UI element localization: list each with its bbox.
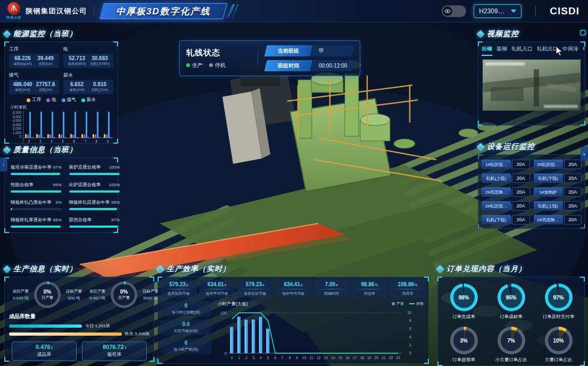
svg-text:8: 8 bbox=[289, 356, 291, 360]
chevron-down-icon bbox=[511, 10, 516, 13]
corner-decoration bbox=[4, 41, 9, 46]
device-status-item[interactable]: 2#轧区辊…20A bbox=[534, 160, 582, 169]
efficiency-panel: 生产效率（实时） 579.23s当天轧制节奏634.61s当天平均节奏579.2… bbox=[158, 264, 429, 364]
feed-caption-overlay bbox=[544, 105, 578, 108]
diamond-icon bbox=[477, 143, 484, 151]
shift-time-badge: 班组时间 00:00-12:00 bbox=[264, 60, 354, 71]
corner-decoration bbox=[158, 277, 162, 281]
corner-decoration bbox=[150, 357, 154, 362]
svg-text:2: 2 bbox=[409, 343, 411, 347]
quality-item: 钢板终轧凸度命中率3% bbox=[11, 199, 62, 210]
efficiency-stat-card: 579.23s当天轧制节奏 bbox=[161, 280, 197, 298]
svg-text:4: 4 bbox=[260, 356, 262, 360]
order-gauge: 10% 欠量订单占比 bbox=[536, 327, 581, 363]
svg-text:3: 3 bbox=[253, 356, 255, 360]
company-logo: 陕钢汉钢 bbox=[6, 2, 21, 20]
svg-text:6: 6 bbox=[274, 356, 276, 360]
energy-legend: 工序 电 煤气 新水 bbox=[9, 97, 113, 103]
panel-title: 订单兑现内容（当月） bbox=[446, 264, 526, 274]
svg-text:0: 0 bbox=[409, 351, 411, 355]
page-title: 中厚板3D数字化产线 bbox=[100, 3, 227, 19]
tab-camera-1[interactable]: 装钢 bbox=[496, 45, 507, 56]
svg-text:22: 22 bbox=[389, 356, 393, 360]
svg-text:0: 0 bbox=[231, 356, 233, 360]
divider bbox=[258, 48, 258, 69]
device-status-item[interactable]: 轧机(上辊)20A bbox=[534, 201, 582, 211]
hourly-output-chart: 小时产量(大板) 产量 块数 0123456789101112131415161… bbox=[214, 301, 426, 363]
production-panel: 生产信息（实时） 实际产量0.045 吨 0%日产量 目标产量500 吨 实际产… bbox=[4, 264, 154, 362]
efficiency-side-stat: 0.0轧制节奏(s/块) bbox=[161, 320, 211, 335]
energy-block: 煤气 486.040单耗(m³/t) 27757.6总耗(m³) bbox=[9, 71, 59, 94]
efficiency-stat-card: 579.23s当班轧制节奏 bbox=[237, 280, 273, 298]
collapse-left-tab[interactable]: ‹ bbox=[0, 157, 7, 171]
device-status-item[interactable]: 2#轧区辊…20A bbox=[482, 201, 530, 211]
svg-text:8: 8 bbox=[409, 319, 411, 322]
device-status-item[interactable]: 2#高压除…20A bbox=[482, 187, 530, 197]
corner-decoration bbox=[4, 357, 9, 362]
corner-decoration bbox=[478, 41, 483, 46]
visibility-toggle[interactable] bbox=[442, 5, 466, 17]
energy-block: 新水 6.652单耗(m³/t) 0.915总耗(万m³) bbox=[63, 71, 113, 94]
device-status-item[interactable]: 2#高压除…20A bbox=[534, 215, 582, 224]
mouse-cursor bbox=[556, 46, 563, 56]
tab-camera-4[interactable]: 中间冷 bbox=[562, 45, 578, 56]
corner-decoration bbox=[581, 224, 585, 229]
tab-camera-0[interactable]: 出钢 bbox=[482, 45, 492, 56]
camera-tabs: 出钢 装钢 轧机入口 轧机出口 中间冷 电加热 bbox=[478, 42, 585, 56]
stock-bar-today: 今日 1,201块 bbox=[9, 323, 150, 329]
heat-number-dropdown[interactable]: H2309… bbox=[474, 4, 521, 18]
svg-text:6: 6 bbox=[409, 327, 411, 330]
device-status-item[interactable]: 轧机(下辊)20A bbox=[534, 173, 582, 183]
panel-title: 视频监控 bbox=[487, 29, 519, 39]
svg-text:19: 19 bbox=[367, 356, 371, 360]
svg-text:7: 7 bbox=[281, 356, 284, 360]
svg-text:21: 21 bbox=[382, 356, 386, 360]
corner-decoration bbox=[478, 121, 483, 126]
corner-decoration bbox=[580, 277, 585, 281]
corner-decoration bbox=[4, 277, 9, 281]
device-status-item[interactable]: 1#加热炉20A bbox=[534, 187, 582, 197]
expand-icon[interactable] bbox=[581, 30, 585, 35]
efficiency-stat-card: 108.86%负荷率 bbox=[390, 280, 426, 298]
energy-block: 工序 68.226单耗(kgce/t) 39.449总耗(tce) bbox=[9, 45, 59, 68]
corner-decoration bbox=[478, 224, 483, 229]
device-status-item[interactable]: 轧机(下辊)20A bbox=[482, 215, 530, 224]
diamond-icon bbox=[436, 265, 444, 273]
heat-number-value: H2309… bbox=[479, 7, 504, 15]
quality-item: 钢板终轧温度命中率95% bbox=[69, 199, 120, 210]
efficiency-side-stat: 0当小时产量(吨) bbox=[161, 338, 211, 354]
collapse-right-tab[interactable]: » bbox=[581, 147, 588, 161]
order-gauge: 7% 小欠量订单占比 bbox=[488, 327, 534, 363]
corner-decoration bbox=[580, 361, 585, 366]
diamond-icon bbox=[477, 30, 484, 38]
tab-camera-5[interactable]: 电加热 bbox=[583, 45, 585, 56]
corner-decoration bbox=[437, 361, 442, 366]
camera-feed[interactable] bbox=[483, 60, 581, 111]
stock-title: 成品库数量 bbox=[9, 313, 150, 320]
device-status-item[interactable]: 轧机(上辊)20A bbox=[482, 173, 530, 183]
tab-camera-2[interactable]: 轧机入口 bbox=[511, 45, 533, 56]
status-dot-gray bbox=[209, 63, 213, 67]
line-status-title: 轧线状态 bbox=[186, 48, 250, 58]
corner-decoration bbox=[113, 157, 118, 162]
energy-block: 电 52.713单耗(kWh/t) 30.683总耗(万kWh) bbox=[63, 45, 113, 68]
order-gauge: 95% 订单成材率 bbox=[488, 284, 534, 320]
corner-decoration bbox=[424, 359, 429, 364]
corner-decoration bbox=[113, 139, 118, 144]
svg-text:16: 16 bbox=[346, 356, 350, 360]
svg-text:2: 2 bbox=[245, 356, 247, 360]
energy-panel: 能源监控（当班） 工序 68.226单耗(kgce/t) 39.449总耗(tc… bbox=[4, 29, 118, 144]
devices-panel: 设备运行监控 1#轧区辊…20A2#轧区辊…20A轧机(上辊)20A轧机(下辊)… bbox=[478, 142, 585, 229]
energy-chart-title: 小时单耗 bbox=[10, 104, 113, 110]
quality-item: 装炉温度合格率100% bbox=[69, 164, 120, 175]
order-gauge: 97% 订单及时交付率 bbox=[536, 284, 581, 320]
corner-decoration bbox=[581, 121, 585, 126]
header-divider bbox=[94, 6, 94, 16]
legend-stopped: 停机 bbox=[209, 62, 226, 69]
device-status-item[interactable]: 1#轧区辊…20A bbox=[482, 160, 530, 169]
svg-text:14: 14 bbox=[331, 356, 335, 360]
corner-decoration bbox=[437, 277, 442, 281]
tab-camera-3[interactable]: 轧机出口 bbox=[537, 45, 558, 56]
dashboard-root: 陕钢汉钢 陕钢集团汉钢公司 中厚板3D数字化产线 H2309… CISDI 能源… bbox=[0, 0, 588, 366]
top-header: 陕钢汉钢 陕钢集团汉钢公司 中厚板3D数字化产线 H2309… CISDI bbox=[0, 0, 588, 22]
